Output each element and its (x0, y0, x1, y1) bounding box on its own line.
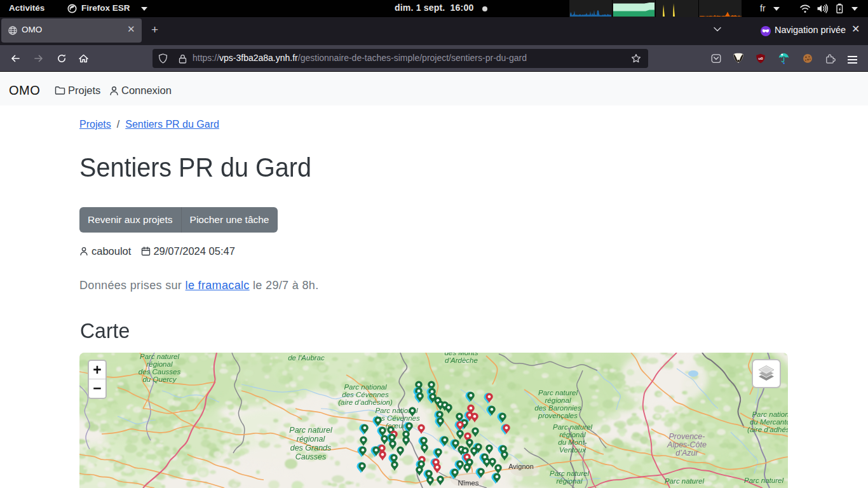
svg-text:de l’Aubrac: de l’Aubrac (288, 354, 325, 362)
svg-text:Parc naturelrégionaldes Causse: Parc naturelrégionaldes Caussesdu Quercy (139, 353, 181, 383)
svg-text:Parc nationaldes Cévennes(aire: Parc nationaldes Cévennes(aire d’adhésio… (338, 383, 393, 406)
svg-text:Nîmes: Nîmes (458, 479, 478, 487)
svg-text:Parc naturel: Parc naturel (665, 477, 704, 485)
svg-text:Parc naturel: Parc naturel (744, 477, 783, 484)
svg-text:des Montsd’Ardèche: des Montsd’Ardèche (444, 353, 478, 364)
svg-text:Avignon: Avignon (508, 463, 534, 470)
svg-text:Parc naturelrégionaldes Baronn: Parc naturelrégionaldes Baronniesprovenç… (534, 389, 581, 419)
svg-text:Parc nationaldu Mercantour(air: Parc nationaldu Mercantour(aire d’adhési… (747, 410, 788, 433)
svg-text:u0: u0 (758, 56, 763, 60)
